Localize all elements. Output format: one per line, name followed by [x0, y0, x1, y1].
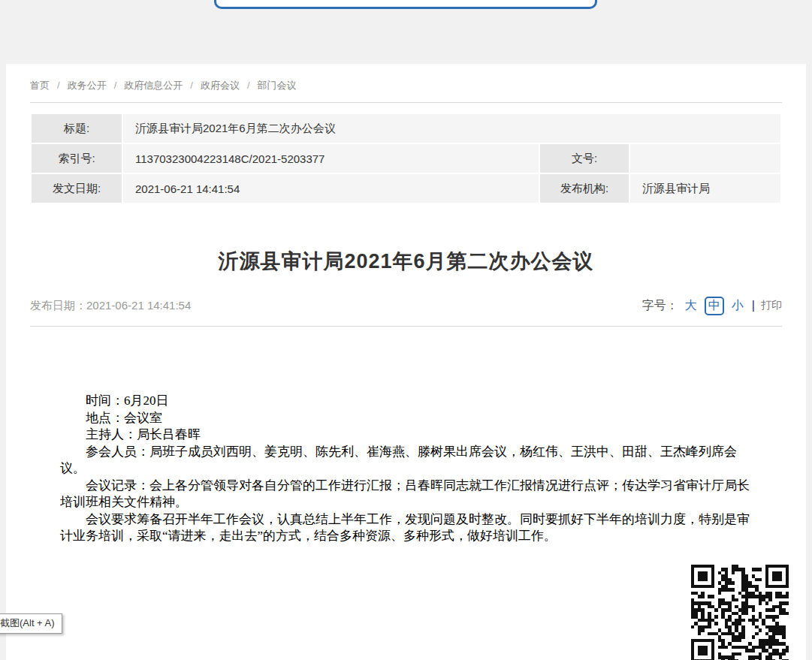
- qr-code: [691, 565, 789, 660]
- screenshot-tooltip: 截图(Alt + A): [0, 613, 62, 634]
- meta-org-value: 沂源县审计局: [630, 174, 780, 203]
- fontsize-large-button[interactable]: 大: [685, 298, 697, 314]
- paragraph: 主持人：局长吕春晖: [60, 426, 761, 444]
- paragraph: 会议要求筹备召开半年工作会议，认真总结上半年工作，发现问题及时整改。同时要抓好下…: [60, 511, 761, 545]
- breadcrumb-separator: /: [114, 80, 117, 91]
- breadcrumb-separator: /: [190, 80, 193, 91]
- breadcrumb-item: 政务公开/: [68, 80, 125, 91]
- breadcrumb-item: 首页/: [30, 80, 68, 91]
- meta-docno-label: 文号:: [540, 144, 629, 173]
- fontsize-print-controls: 字号： 大 中 小 | 打印: [642, 297, 782, 315]
- publish-date-value: 2021-06-21 14:41:54: [86, 299, 191, 312]
- meta-title-label: 标题:: [32, 114, 122, 143]
- meta-index-label: 索引号:: [32, 144, 122, 173]
- page-title: 沂源县审计局2021年6月第二次办公会议: [30, 248, 782, 275]
- breadcrumb-link[interactable]: 政府信息公开: [124, 80, 183, 91]
- breadcrumb-item: 政府会议/: [201, 80, 258, 91]
- breadcrumb-link[interactable]: 政府会议: [201, 80, 240, 91]
- breadcrumb: 首页/政务公开/政府信息公开/政府会议/部门会议/: [6, 64, 806, 102]
- publish-date-label: 发布日期：: [30, 299, 86, 312]
- vertical-divider: |: [752, 299, 755, 312]
- paragraph: 地点：会议室: [60, 410, 761, 427]
- meta-row-date: 发文日期: 2021-06-21 14:41:54 发布机构: 沂源县审计局: [32, 174, 780, 203]
- meta-row-title: 标题: 沂源县审计局2021年6月第二次办公会议: [32, 114, 780, 143]
- fontsize-medium-button[interactable]: 中: [705, 297, 724, 315]
- paragraph: 时间：6月20日: [60, 393, 761, 410]
- meta-org-label: 发布机构:: [540, 174, 629, 203]
- breadcrumb-link[interactable]: 首页: [30, 80, 50, 91]
- meta-date-label: 发文日期:: [32, 174, 122, 203]
- meta-index-value: 11370323004223148C/2021-5203377: [123, 144, 539, 173]
- content-card: 首页/政务公开/政府信息公开/政府会议/部门会议/ 标题: 沂源县审计局2021…: [6, 64, 806, 660]
- publish-date: 发布日期：2021-06-21 14:41:54: [30, 299, 191, 313]
- meta-table: 标题: 沂源县审计局2021年6月第二次办公会议 索引号: 1137032300…: [30, 113, 782, 204]
- publish-row: 发布日期：2021-06-21 14:41:54 字号： 大 中 小 | 打印: [30, 294, 782, 317]
- search-box-partial: [214, 0, 597, 9]
- breadcrumb-link[interactable]: 部门会议: [258, 80, 297, 91]
- print-button[interactable]: 打印: [761, 299, 782, 312]
- fontsize-small-button[interactable]: 小: [732, 298, 744, 314]
- meta-docno-value: [630, 144, 780, 173]
- meta-title-value: 沂源县审计局2021年6月第二次办公会议: [123, 114, 780, 143]
- meta-row-index: 索引号: 11370323004223148C/2021-5203377 文号:: [32, 144, 780, 173]
- breadcrumb-link[interactable]: 政务公开: [68, 80, 107, 91]
- meta-date-value: 2021-06-21 14:41:54: [123, 174, 539, 203]
- fontsize-label: 字号：: [642, 298, 678, 314]
- breadcrumb-item: 政府信息公开/: [124, 80, 201, 91]
- breadcrumb-separator: /: [57, 80, 60, 91]
- breadcrumb-separator: /: [247, 80, 250, 91]
- divider-line: [30, 102, 782, 103]
- breadcrumb-item: 部门会议/: [258, 80, 297, 91]
- paragraph: 会议记录：会上各分管领导对各自分管的工作进行汇报；吕春晖同志就工作汇报情况进行点…: [60, 478, 761, 511]
- divider-line: [30, 326, 782, 327]
- paragraph: 参会人员：局班子成员刘西明、姜克明、陈先利、崔海燕、滕树果出席会议，杨红伟、王洪…: [60, 444, 761, 478]
- article-body: 时间：6月20日地点：会议室主持人：局长吕春晖参会人员：局班子成员刘西明、姜克明…: [60, 393, 761, 545]
